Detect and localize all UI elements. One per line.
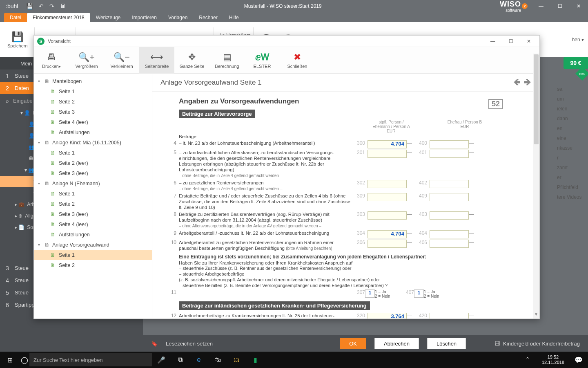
next-page-icon[interactable]: 🡺 <box>524 78 531 87</box>
field-yesno-a[interactable]: 1 <box>365 289 375 298</box>
tb-elster[interactable]: ⅇᎳELSTER <box>245 47 280 74</box>
tb-fit-page[interactable]: ✥Ganze Seite <box>174 47 209 74</box>
tree-leaf[interactable]: 🗎Seite 3 <box>34 107 152 117</box>
delete-button[interactable]: Löschen <box>427 338 466 349</box>
field-person-b[interactable] <box>430 211 469 220</box>
field-person-a[interactable] <box>368 193 407 201</box>
tree-node[interactable]: ▾🗎Mantelbogen <box>34 76 152 86</box>
field-person-a[interactable]: 4.704 <box>368 230 407 238</box>
ribbon-overflow[interactable]: hen ▾ <box>572 37 588 43</box>
field-person-b[interactable] <box>430 313 469 319</box>
field-person-b[interactable] <box>430 193 469 201</box>
field-person-a[interactable] <box>368 180 407 188</box>
taskview-icon[interactable]: ⧉ <box>171 356 189 364</box>
minimize-button[interactable]: — <box>532 0 550 12</box>
tb-zoom-in[interactable]: 🔍+Vergrößern <box>69 47 104 74</box>
taskbar-clock[interactable]: 19:5212.11.2018 <box>537 355 569 365</box>
field-person-a[interactable]: 4.704 <box>368 140 407 148</box>
tree-leaf[interactable]: 🗎Seite 2 <box>34 260 152 270</box>
tab-hilfe[interactable]: Hilfe <box>223 13 245 22</box>
preview-close[interactable]: ✕ <box>521 38 536 44</box>
zoom-out-icon: 🔍− <box>114 52 130 63</box>
close-button[interactable]: ✕ <box>569 0 588 12</box>
tb-close[interactable]: ✖Schließen <box>280 47 315 74</box>
tree-leaf[interactable]: 🗎Seite 3 (leer) <box>34 168 152 178</box>
bookmark-icon[interactable]: 🔖 <box>151 341 158 347</box>
tb-calc[interactable]: ▤Berechnung <box>209 47 245 74</box>
tree-node[interactable]: ▾🗎Anlage Vorsorgeaufwand <box>34 240 152 250</box>
tree-leaf[interactable]: 🗎Seite 2 (leer) <box>34 158 152 168</box>
field-person-b[interactable] <box>430 140 469 148</box>
tree-leaf[interactable]: 🗎Seite 4 (leer) <box>34 219 152 229</box>
field-person-a[interactable] <box>368 150 407 158</box>
tree-leaf[interactable]: 🗎Seite 2 <box>34 96 152 107</box>
cancel-button[interactable]: Abbrechen <box>374 338 419 349</box>
wiso-taskbar-icon[interactable]: ▮ <box>246 356 265 364</box>
taskbar-search[interactable]: Zur Suche Text hier eingeben <box>29 353 152 366</box>
tree-leaf[interactable]: 🗎Seite 3 (leer) <box>34 209 152 219</box>
form-row: 11 307 1 1 = Ja2 = Nein 407 1 1 = Ja2 = … <box>179 289 506 298</box>
tab-importieren[interactable]: Importieren <box>126 13 163 22</box>
field-person-a[interactable]: 3.764 <box>368 313 407 319</box>
tree-leaf[interactable]: 🗎Seite 1 <box>34 148 152 158</box>
field-person-b[interactable] <box>430 240 469 248</box>
save-icon: 💾 <box>11 31 24 43</box>
notifications-icon[interactable]: 💬 <box>569 356 588 364</box>
tree-leaf[interactable]: 🗎Aufstellungen <box>34 229 152 240</box>
explorer-icon[interactable]: 🗂 <box>227 356 246 364</box>
form-scrollbar[interactable]: ▲ ▼ <box>533 54 539 319</box>
neu-badge: Neu <box>575 67 588 81</box>
preview-tree[interactable]: ▾🗎Mantelbogen🗎Seite 1🗎Seite 2🗎Seite 3🗎Se… <box>34 74 152 319</box>
tree-leaf[interactable]: 🗎Seite 4 (leer) <box>34 117 152 127</box>
ok-button[interactable]: OK <box>340 338 366 349</box>
form-row: 5 – zu landwirtschaftlichen Alterskassen… <box>179 150 506 179</box>
tree-leaf[interactable]: 🗎Seite 1 <box>34 188 152 199</box>
logo-badge: 2 <box>522 3 528 9</box>
prev-page-icon[interactable]: 🡸 <box>513 78 521 87</box>
field-person-b[interactable] <box>430 230 469 238</box>
form-row: 12 Arbeitnehmerbeiträge zu Krankenversic… <box>179 313 506 319</box>
tb-zoom-out[interactable]: 🔍−Verkleinern <box>104 47 139 74</box>
tree-leaf[interactable]: 🗎Seite 1 <box>34 86 152 96</box>
bookmark-label[interactable]: Lesezeichen setzen <box>166 341 213 347</box>
qat-save-icon[interactable]: 💾 <box>26 3 33 9</box>
edge-icon[interactable]: e <box>189 356 208 364</box>
tb-print[interactable]: 🖶Drucken▾ <box>34 47 69 74</box>
qat-undo-icon[interactable]: ↶ <box>39 3 44 9</box>
section-header: Beiträge zur inländischen gesetzlichen K… <box>179 301 370 310</box>
tab-einkommensteuer[interactable]: Einkommensteuer 2018 <box>27 13 90 22</box>
tab-rechner[interactable]: Rechner <box>193 13 223 22</box>
preview-minimize[interactable]: — <box>486 38 500 44</box>
video-link[interactable]: 🎞Kindergeld oder Kinderfreibetrag <box>494 341 580 347</box>
tb-fit-width[interactable]: ⟷Seitenbreite <box>139 47 174 74</box>
form-scroll[interactable]: 52Angaben zu VorsorgeaufwendungenBeiträg… <box>152 92 539 319</box>
preview-maximize[interactable]: ☐ <box>503 38 518 44</box>
tree-leaf[interactable]: 🗎Seite 2 <box>34 199 152 209</box>
field-person-a[interactable] <box>368 211 407 220</box>
tray-up-icon[interactable]: ˄ <box>518 356 537 364</box>
tree-node[interactable]: ▾🗎Anlage N (Ehemann) <box>34 178 152 188</box>
zoom-in-icon: 🔍+ <box>78 52 95 63</box>
maximize-button[interactable]: ☐ <box>550 0 569 12</box>
tab-werkzeuge[interactable]: Werkzeuge <box>90 13 126 22</box>
cortana-icon[interactable]: ◯ <box>20 356 29 364</box>
field-person-b[interactable] <box>430 150 469 158</box>
tree-leaf[interactable]: 🗎Aufstellungen <box>34 127 152 137</box>
right-fragment: eine <box>557 133 586 143</box>
tree-leaf[interactable]: 🗎Seite 1 <box>34 250 152 260</box>
qat-redo-icon[interactable]: ↷ <box>49 3 54 9</box>
scroll-down-icon[interactable]: ▼ <box>533 312 539 319</box>
qat-calc-icon[interactable]: 🖩 <box>60 3 66 9</box>
start-button[interactable]: ⊞ <box>0 356 20 364</box>
store-icon[interactable]: 🛍 <box>208 356 227 364</box>
mic-icon[interactable]: 🎤 <box>152 356 171 364</box>
right-fragment: um <box>557 94 586 104</box>
field-yesno-b[interactable]: 1 <box>414 289 424 298</box>
field-person-b[interactable] <box>430 180 469 188</box>
scroll-thumb[interactable] <box>534 54 539 144</box>
tab-file[interactable]: Datei <box>4 13 27 22</box>
tab-vorlagen[interactable]: Vorlagen <box>163 13 193 22</box>
ribbon-save[interactable]: 💾Speichern <box>3 29 32 50</box>
field-person-a[interactable] <box>368 240 407 248</box>
tree-node[interactable]: ▾🗎Anlage Kind: Mia (16.11.2005) <box>34 137 152 148</box>
